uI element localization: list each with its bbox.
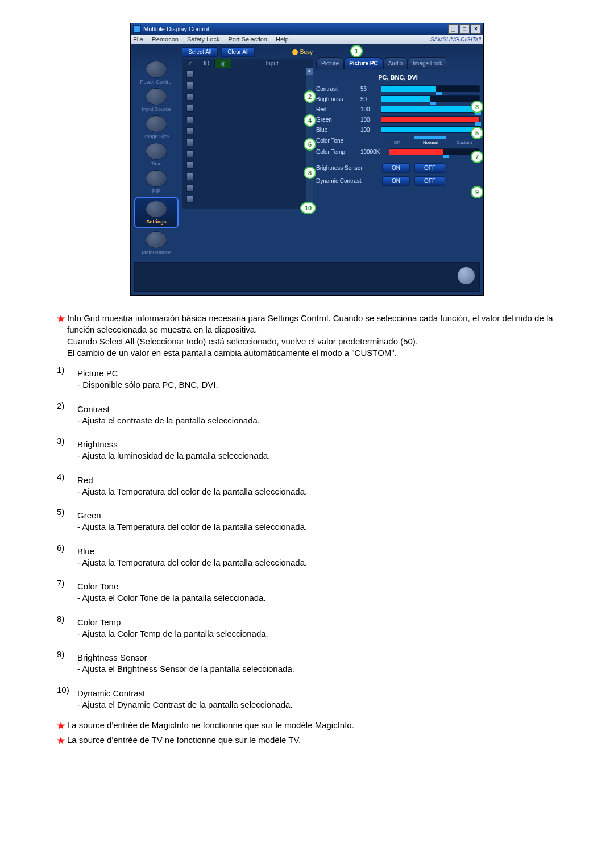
callout-4: 4 — [304, 114, 316, 127]
settings-panel: 1 Picture Picture PC Audio Image Lock PC… — [316, 47, 480, 255]
doc-list-item: 8)Color Temp- Ajusta la Color Temp de la… — [57, 613, 557, 643]
row-checkbox[interactable] — [186, 173, 194, 180]
row-checkbox[interactable] — [186, 82, 194, 89]
document-text: ★ Info Grid muestra información básica n… — [57, 313, 557, 746]
menu-file[interactable]: File — [133, 36, 143, 43]
row-checkbox[interactable] — [186, 70, 194, 78]
callout-2: 2 — [304, 90, 316, 103]
sidebar: Power Control Input Source Image Size Ti… — [134, 47, 179, 255]
row-checkbox[interactable] — [186, 93, 194, 101]
grid-row[interactable] — [182, 102, 313, 114]
callout-7: 7 — [471, 151, 483, 163]
color-tone-row: Color Tone Off Normal Custom — [316, 136, 480, 145]
color-temp-slider[interactable] — [389, 148, 480, 155]
doc-list-item: 5)Green- Ajusta la Temperatura del color… — [57, 506, 557, 537]
grid-row[interactable] — [182, 193, 313, 205]
grid-row[interactable] — [182, 171, 313, 182]
row-checkbox[interactable] — [186, 116, 194, 123]
blue-slider[interactable] — [381, 126, 480, 133]
tab-audio[interactable]: Audio — [383, 57, 408, 69]
sidebar-item-input-source[interactable]: Input Source — [134, 88, 179, 112]
row-checkbox[interactable] — [186, 161, 194, 169]
scroll-up-icon[interactable]: ▲ — [306, 68, 313, 75]
color-temp-row: Color Temp 10000K — [316, 148, 480, 155]
brightness-slider[interactable] — [381, 95, 480, 102]
green-slider[interactable] — [381, 116, 480, 123]
sidebar-item-pip[interactable]: PIP — [134, 170, 179, 194]
minimize-button[interactable]: _ — [448, 24, 458, 34]
tab-picture[interactable]: Picture — [316, 57, 344, 69]
menu-remocon[interactable]: Remocon — [152, 36, 179, 43]
brightness-sensor-off[interactable]: OFF — [414, 163, 445, 173]
grid-row[interactable] — [182, 80, 313, 91]
sidebar-item-power-control[interactable]: Power Control — [134, 61, 179, 85]
menu-safety-lock[interactable]: Safety Lock — [187, 36, 219, 43]
grid-row[interactable] — [182, 125, 313, 136]
grid-row[interactable] — [182, 91, 313, 102]
row-checkbox[interactable] — [186, 196, 194, 203]
intro-note: ★ Info Grid muestra información básica n… — [57, 313, 557, 359]
star-icon: ★ — [57, 313, 65, 359]
dynamic-contrast-row: Dynamic Contrast ONOFF — [316, 176, 480, 186]
info-grid: ✓ ID ◎ Input ▲ — [182, 59, 313, 209]
status-bar — [134, 262, 480, 292]
maximize-button[interactable]: □ — [459, 24, 470, 34]
grid-row[interactable] — [182, 182, 313, 193]
dynamic-contrast-on[interactable]: ON — [382, 176, 410, 186]
doc-list-item: 2)Contrast- Ajusta el contraste de la pa… — [57, 400, 557, 430]
sidebar-item-image-size[interactable]: Image Size — [134, 115, 179, 139]
busy-icon — [292, 49, 298, 55]
tab-image-lock[interactable]: Image Lock — [408, 57, 447, 69]
sidebar-item-time[interactable]: Time — [134, 143, 179, 167]
grid-row[interactable] — [182, 114, 313, 125]
select-all-button[interactable]: Select All — [182, 47, 218, 57]
callout-8: 8 — [304, 167, 316, 179]
row-checkbox[interactable] — [186, 127, 194, 135]
image-size-icon — [146, 115, 167, 132]
maintenance-icon — [146, 231, 167, 248]
callout-10: 10 — [300, 202, 316, 214]
foot-note-2: ★ La source d'entrée de TV ne fonctionne… — [57, 734, 557, 747]
grid-row[interactable] — [182, 159, 313, 171]
color-tone-selector[interactable]: Off Normal Custom — [381, 136, 480, 145]
brand-label: SAMSUNG DIGITall — [430, 36, 481, 43]
row-checkbox[interactable] — [186, 184, 194, 192]
clear-all-button[interactable]: Clear All — [221, 47, 255, 57]
window-title: Multiple Display Control — [143, 26, 209, 32]
green-row: Green 100 — [316, 116, 480, 123]
callout-6: 6 — [304, 138, 316, 151]
red-row: Red 100 — [316, 106, 480, 113]
star-icon: ★ — [57, 720, 65, 732]
doc-list-item: 3)Brightness- Ajusta la luminosidad de l… — [57, 435, 557, 466]
menu-port-selection[interactable]: Port Selection — [228, 36, 267, 43]
doc-list-item: 9)Brightness Sensor- Ajusta el Brightnes… — [57, 649, 557, 679]
row-checkbox[interactable] — [186, 150, 194, 157]
sidebar-item-maintenance[interactable]: Maintenance — [134, 231, 179, 255]
brightness-row: Brightness 50 — [316, 95, 480, 102]
info-icon — [458, 267, 475, 284]
power-icon — [146, 61, 167, 78]
tab-picture-pc[interactable]: Picture PC — [344, 57, 383, 69]
sidebar-item-settings[interactable]: Settings — [134, 197, 179, 228]
menu-help[interactable]: Help — [276, 36, 289, 43]
brightness-sensor-on[interactable]: ON — [382, 163, 410, 173]
dynamic-contrast-off[interactable]: OFF — [414, 176, 445, 186]
grid-row[interactable] — [182, 136, 313, 148]
grid-row[interactable] — [182, 68, 313, 80]
grid-body[interactable]: ▲ — [182, 68, 313, 209]
blue-row: Blue 100 — [316, 126, 480, 133]
app-icon — [133, 25, 141, 33]
foot-note-1: ★ La source d'entrée de MagicInfo ne fon… — [57, 720, 557, 732]
contrast-slider[interactable] — [381, 85, 480, 92]
grid-row[interactable] — [182, 148, 313, 159]
grid-header: ✓ ID ◎ Input — [182, 59, 313, 68]
row-checkbox[interactable] — [186, 139, 194, 146]
row-checkbox[interactable] — [186, 105, 194, 112]
red-slider[interactable] — [381, 106, 480, 113]
doc-list-item: 6)Blue- Ajusta la Temperatura del color … — [57, 542, 557, 572]
doc-list-item: 4)Red- Ajusta la Temperatura del color d… — [57, 471, 557, 501]
doc-list-item: 1)Picture PC- Disponible sólo para PC, B… — [57, 364, 557, 394]
settings-icon — [146, 201, 167, 218]
close-button[interactable]: × — [471, 24, 481, 34]
app-window: Multiple Display Control _ □ × File Remo… — [130, 23, 484, 296]
